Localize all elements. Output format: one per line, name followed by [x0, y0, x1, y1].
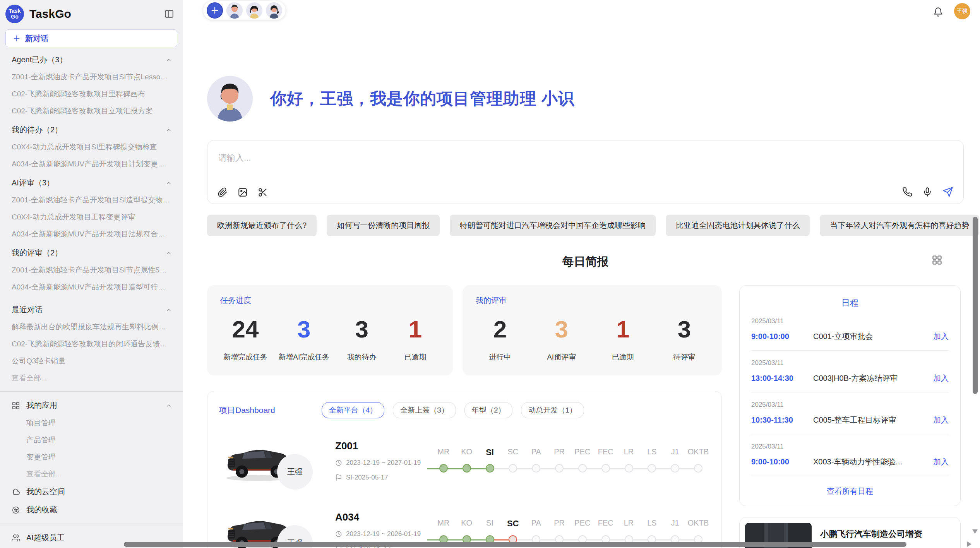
my-favorites-row[interactable]: 我的收藏	[0, 501, 183, 519]
suggestion-chip[interactable]: 欧洲新规最近颁布了什么?	[207, 215, 317, 236]
section-header[interactable]: 我的评审（2）	[0, 244, 183, 262]
app-item[interactable]: 项目管理	[0, 414, 183, 432]
view-all-schedule-link[interactable]: 查看所有日程	[751, 486, 949, 497]
recent-chat-item[interactable]: 解释最新出台的欧盟报废车法规再生塑料比例被调至15%...	[0, 319, 183, 336]
sidebar-header: Task Go TaskGo	[0, 0, 183, 26]
stat-item: 24 新增完成任务	[223, 317, 267, 362]
phone-icon[interactable]	[902, 187, 912, 197]
sidebar-task-item[interactable]: Z001-全新燃油轻卡产品开发项目SI造型提交物评审	[0, 192, 183, 209]
project-flag-milestone: SI-2025-05-17	[346, 474, 388, 481]
milestone: PA	[524, 447, 548, 474]
milestone-label: PA	[524, 447, 548, 464]
avatar[interactable]	[266, 2, 282, 19]
milestone-label: PR	[548, 519, 571, 535]
new-chat-label: 新对话	[25, 33, 48, 44]
sidebar-task-item[interactable]: C02-飞腾新能源轻客改款项目立项汇报方案	[0, 103, 183, 120]
app-item[interactable]: 产品管理	[0, 432, 183, 449]
sidebar-task-item[interactable]: C0X4-动力总成开发项目工程变更评审	[0, 209, 183, 226]
suggestion-chip[interactable]: 特朗普可能对进口汽车增税会对中国车企造成哪些影响	[450, 215, 656, 236]
milestone-dot	[671, 464, 679, 473]
milestone: KO	[455, 519, 478, 545]
milestone: KO	[455, 447, 478, 474]
sidebar-task-item[interactable]: Z001-全新燃油轻卡产品开发项目SI节点属性5D文件评审	[0, 262, 183, 279]
image-icon[interactable]	[238, 187, 248, 197]
milestone-label: FEC	[594, 447, 617, 464]
stat-label: 新增完成任务	[223, 352, 267, 362]
section-header[interactable]: 我的待办（2）	[0, 121, 183, 139]
project-row-z001[interactable]: 王强 Z001 2023-12-19 ~ 2027-01-19	[219, 432, 710, 490]
milestone-label: SI	[478, 447, 502, 464]
milestone-dot	[532, 464, 540, 473]
user-avatar[interactable]: 王强	[954, 3, 970, 19]
avatar[interactable]	[226, 2, 243, 19]
dashboard-tab[interactable]: 年型（2）	[464, 402, 513, 418]
dashboard-tab[interactable]: 全新平台（4）	[322, 402, 385, 418]
recent-view-all-link[interactable]: 查看全部...	[0, 370, 183, 387]
section-title: AI评审（3）	[12, 178, 54, 188]
milestone-label: PR	[548, 447, 571, 464]
section-header[interactable]: AI评审（3）	[0, 174, 183, 192]
chat-input-card	[207, 140, 964, 204]
join-link[interactable]: 加入	[933, 373, 949, 384]
scroll-right-arrow[interactable]	[967, 541, 971, 547]
sidebar-task-item[interactable]: C0X4-动力总成开发项目SI里程碑提交物检查	[0, 139, 183, 156]
vertical-scrollbar-thumb[interactable]	[973, 217, 978, 394]
milestone: PR	[548, 519, 571, 545]
milestone-dot	[486, 464, 494, 473]
avatar[interactable]	[246, 2, 262, 19]
notification-bell-icon[interactable]	[933, 7, 943, 17]
stat-value: 3	[278, 317, 329, 341]
stat-label: 已逾期	[394, 352, 437, 362]
recent-chat-item[interactable]: C02-飞腾新能源轻客改款项目的闭环通告反馈情况	[0, 336, 183, 353]
section-header[interactable]: 最近对话	[0, 301, 183, 319]
scroll-down-arrow[interactable]	[972, 529, 978, 534]
sidebar-task-item[interactable]: A034-全新新能源MUV产品开发项目造型可行性评审	[0, 279, 183, 296]
milestone-dot	[439, 464, 448, 473]
suggestion-chip[interactable]: 如何写一份清晰的项目周报	[327, 215, 440, 236]
collapse-sidebar-icon[interactable]	[164, 9, 174, 19]
milestone: FEC	[594, 519, 617, 545]
sidebar-section-my-todo: 我的待办（2） C0X4-动力总成开发项目SI里程碑提交物检查A034-全新新能…	[0, 121, 183, 173]
scissors-icon[interactable]	[258, 187, 268, 197]
dashboard-tab[interactable]: 动总开发（1）	[521, 402, 584, 418]
milestone: J1	[663, 519, 687, 545]
sidebar-task-item[interactable]: A034-全新新能源MUV产品开发项目法规符合性评审	[0, 226, 183, 243]
join-link[interactable]: 加入	[933, 457, 949, 467]
join-link[interactable]: 加入	[933, 415, 949, 425]
project-dashboard-card: 项目Dashboard 全新平台（4）全新上装（3）年型（2）动总开发（1）	[207, 391, 722, 548]
microphone-icon[interactable]	[922, 187, 932, 197]
project-row-a034[interactable]: 王强 A034 2023-12-19 ~ 2026-01-19	[219, 503, 710, 548]
suggestion-chip[interactable]: 比亚迪全固态电池计划具体说了什么	[666, 215, 810, 236]
layout-grid-icon[interactable]	[932, 255, 942, 265]
section-header[interactable]: Agent已办（3）	[0, 51, 183, 68]
stat-value: 1	[601, 317, 644, 341]
my-cloud-row[interactable]: 我的云空间	[0, 483, 183, 501]
paperclip-icon[interactable]	[218, 187, 228, 197]
send-icon[interactable]	[942, 187, 953, 197]
event-name: C005-整车工程目标评审	[813, 415, 928, 425]
dashboard-tab[interactable]: 全新上装（3）	[393, 402, 456, 418]
add-conversation-button[interactable]	[207, 2, 223, 19]
milestone-label: MR	[432, 519, 455, 535]
apps-view-all-link[interactable]: 查看全部...	[0, 466, 183, 483]
my-apps-row[interactable]: 我的应用	[0, 396, 183, 414]
milestone-label: J1	[663, 447, 687, 464]
horizontal-scrollbar-thumb[interactable]	[124, 542, 906, 547]
divider	[0, 524, 183, 524]
app-logo: Task Go	[5, 5, 24, 23]
sidebar-task-item[interactable]: Z001-全新燃油皮卡产品开发项目SI节点Lesson Learn报告	[0, 68, 183, 86]
milestone-dot	[555, 464, 564, 473]
milestone: SI	[478, 447, 502, 474]
join-link[interactable]: 加入	[933, 331, 949, 342]
suggestion-chip[interactable]: 当下年轻人对汽车外观有怎样的喜好趋势	[820, 215, 979, 236]
milestone-label: LR	[617, 519, 641, 535]
new-chat-button[interactable]: 新对话	[5, 29, 177, 47]
briefing-title: 每日简报	[562, 255, 609, 268]
chat-input[interactable]	[218, 152, 953, 179]
app-item[interactable]: 变更管理	[0, 449, 183, 466]
milestone-label: SC	[501, 447, 524, 464]
suggestion-chips: 欧洲新规最近颁布了什么?如何写一份清晰的项目周报特朗普可能对进口汽车增税会对中国…	[207, 215, 964, 236]
sidebar-task-item[interactable]: C02-飞腾新能源轻客改款项目里程碑画布	[0, 86, 183, 103]
recent-chat-item[interactable]: 公司Q3轻卡销量	[0, 353, 183, 370]
sidebar-task-item[interactable]: A034-全新新能源MUV产品开发项目计划变更表编写	[0, 156, 183, 173]
